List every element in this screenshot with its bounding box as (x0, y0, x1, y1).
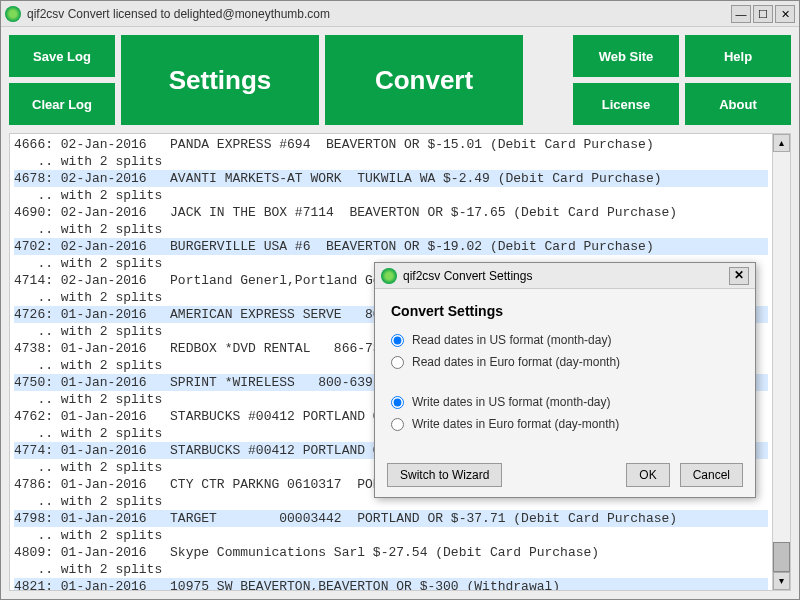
settings-dialog: qif2csv Convert Settings ✕ Convert Setti… (374, 262, 756, 498)
log-line[interactable]: 4690: 02-Jan-2016 JACK IN THE BOX #7114 … (14, 204, 768, 221)
scroll-thumb[interactable] (773, 542, 790, 572)
radio-write-us[interactable]: Write dates in US format (month-day) (391, 395, 739, 409)
radio-read-eu-input[interactable] (391, 356, 404, 369)
ok-button[interactable]: OK (626, 463, 669, 487)
log-line[interactable]: 4678: 02-Jan-2016 AVANTI MARKETS-AT WORK… (14, 170, 768, 187)
radio-read-us-input[interactable] (391, 334, 404, 347)
minimize-button[interactable]: — (731, 5, 751, 23)
switch-to-wizard-button[interactable]: Switch to Wizard (387, 463, 502, 487)
radio-write-us-input[interactable] (391, 396, 404, 409)
log-line[interactable]: .. with 2 splits (14, 527, 768, 544)
radio-write-eu-input[interactable] (391, 418, 404, 431)
radio-read-us-label: Read dates in US format (month-day) (412, 333, 611, 347)
maximize-button[interactable]: ☐ (753, 5, 773, 23)
scroll-track[interactable] (773, 152, 790, 572)
app-icon (5, 6, 21, 22)
help-button[interactable]: Help (685, 35, 791, 77)
log-line[interactable]: 4821: 01-Jan-2016 10975 SW BEAVERTON,BEA… (14, 578, 768, 590)
license-button[interactable]: License (573, 83, 679, 125)
log-line[interactable]: 4809: 01-Jan-2016 Skype Communications S… (14, 544, 768, 561)
convert-button[interactable]: Convert (325, 35, 523, 125)
window-title: qif2csv Convert licensed to delighted@mo… (27, 7, 731, 21)
web-site-button[interactable]: Web Site (573, 35, 679, 77)
clear-log-button[interactable]: Clear Log (9, 83, 115, 125)
dialog-app-icon (381, 268, 397, 284)
log-line[interactable]: .. with 2 splits (14, 187, 768, 204)
dialog-heading: Convert Settings (391, 303, 739, 319)
radio-read-eu-label: Read dates in Euro format (day-month) (412, 355, 620, 369)
radio-write-eu[interactable]: Write dates in Euro format (day-month) (391, 417, 739, 431)
cancel-button[interactable]: Cancel (680, 463, 743, 487)
radio-write-eu-label: Write dates in Euro format (day-month) (412, 417, 619, 431)
dialog-titlebar: qif2csv Convert Settings ✕ (375, 263, 755, 289)
scroll-up-icon[interactable]: ▴ (773, 134, 790, 152)
about-button[interactable]: About (685, 83, 791, 125)
log-line[interactable]: 4666: 02-Jan-2016 PANDA EXPRESS #694 BEA… (14, 136, 768, 153)
close-button[interactable]: ✕ (775, 5, 795, 23)
dialog-close-button[interactable]: ✕ (729, 267, 749, 285)
radio-read-eu[interactable]: Read dates in Euro format (day-month) (391, 355, 739, 369)
titlebar: qif2csv Convert licensed to delighted@mo… (1, 1, 799, 27)
radio-read-us[interactable]: Read dates in US format (month-day) (391, 333, 739, 347)
scroll-down-icon[interactable]: ▾ (773, 572, 790, 590)
settings-button[interactable]: Settings (121, 35, 319, 125)
toolbar: Save Log Clear Log Settings Convert Web … (1, 27, 799, 133)
log-line[interactable]: 4798: 01-Jan-2016 TARGET 00003442 PORTLA… (14, 510, 768, 527)
dialog-title: qif2csv Convert Settings (403, 269, 729, 283)
log-line[interactable]: 4702: 02-Jan-2016 BURGERVILLE USA #6 BEA… (14, 238, 768, 255)
radio-write-us-label: Write dates in US format (month-day) (412, 395, 611, 409)
log-line[interactable]: .. with 2 splits (14, 153, 768, 170)
log-line[interactable]: .. with 2 splits (14, 561, 768, 578)
log-line[interactable]: .. with 2 splits (14, 221, 768, 238)
vertical-scrollbar[interactable]: ▴ ▾ (772, 134, 790, 590)
save-log-button[interactable]: Save Log (9, 35, 115, 77)
